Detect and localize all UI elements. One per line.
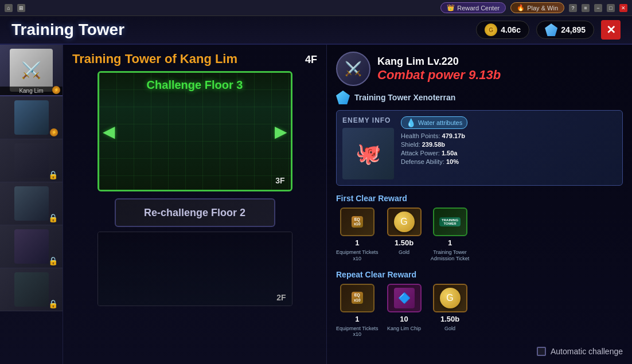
reward-count-1: 1	[355, 238, 359, 247]
slot-2-coin-icon: ⚡	[50, 128, 58, 136]
os-bar-left: ⌂ ⊞	[5, 4, 25, 12]
reward-icon-chip: 🔷	[387, 284, 422, 312]
challenge-floor-card[interactable]: Challenge Floor 3 ◀ ▶ 3F	[97, 71, 292, 191]
reward-count-gold-2: 1.50b	[440, 315, 459, 323]
os-help-btn[interactable]: ?	[569, 4, 577, 12]
reward-count-training: 1	[448, 238, 452, 247]
hero-slot-6-img	[14, 272, 49, 307]
reward-icon-gold-1: G	[387, 208, 422, 236]
os-minimize-btn[interactable]: −	[594, 4, 602, 12]
enemy-info-left: ENEMY INFO 🐙	[342, 116, 394, 179]
hero-slot-3-img	[14, 143, 49, 178]
os-bar: ⌂ ⊞ 👑 Reward Center 🔥 Play & Win ? ≡ − □…	[0, 0, 632, 16]
sidebar-slot-5[interactable]: 🔒	[0, 225, 63, 268]
boss-info-text: Kang Lim Lv.220 Combat power 9.13b	[377, 56, 501, 83]
gold-coin-icon: G	[394, 212, 415, 232]
attack-label: Attack Power:	[401, 150, 440, 156]
sidebar-slot-4[interactable]: 🔒	[0, 182, 63, 225]
reward-training-ticket: TRAININGTOWER 1 Training TowerAdmission …	[430, 208, 470, 262]
training-ticket-icon: TRAININGTOWER	[439, 217, 461, 226]
game-header: Training Tower G 4.06c 24,895 ✕	[0, 16, 632, 45]
reward-desc-1: Equipment Ticketsx10	[336, 249, 379, 262]
enemy-info-panel: ENEMY INFO 🐙 💧 Water attributes Health P…	[336, 110, 623, 186]
tower-title: Training Tower of Kang Lim	[72, 52, 237, 66]
gem-value: 24,895	[561, 25, 586, 34]
attack-value: 1.50a	[442, 150, 458, 156]
reward-count-gold-1: 1.50b	[395, 238, 413, 247]
stat-defense: Defense Ability: 10%	[401, 158, 617, 165]
reward-chip: 🔷 10 Kang Lim Chip	[384, 284, 424, 338]
floor-2-label: 2F	[276, 293, 286, 302]
enemy-info-label: ENEMY INFO	[342, 116, 394, 124]
hero-portrait: ⚔️	[10, 49, 53, 92]
combat-power: Combat power 9.13b	[377, 68, 501, 83]
gold-icon: G	[485, 24, 497, 36]
hero-slot-2-img	[14, 100, 49, 135]
repeat-clear-rewards: EQx10 1 Equipment Ticketsx10 🔷 10 Kang L…	[336, 284, 623, 338]
challenge-floor-label: Challenge Floor 3	[147, 79, 243, 92]
attribute-label: Water attributes	[418, 119, 462, 126]
os-close-btn[interactable]: ✕	[619, 4, 627, 12]
hero-slot-5-img	[14, 229, 49, 264]
sidebar-slot-2[interactable]: ⚡	[0, 96, 63, 139]
eq-ticket-icon: EQx10	[352, 216, 363, 228]
gem-currency: 24,895	[536, 21, 594, 39]
auto-challenge-checkbox[interactable]	[537, 347, 546, 356]
boss-name: Kang Lim Lv.220	[377, 56, 501, 68]
lock-icon-5: 🔒	[48, 256, 58, 265]
hero-name: Kang Lim	[19, 88, 43, 94]
play-win-label: Play & Win	[527, 5, 558, 11]
tower-title-area: Training Tower of Kang Lim 4F	[63, 45, 326, 71]
tower-name-badge: Training Tower Xenoterran	[336, 91, 623, 104]
tower-gem-icon	[336, 91, 350, 104]
reward-gold-1: G 1.50b Gold	[384, 208, 424, 262]
play-win-button[interactable]: 🔥 Play & Win	[510, 2, 564, 13]
reward-equipment-2: EQx10 1 Equipment Ticketsx10	[336, 284, 379, 338]
crown-icon: 👑	[447, 4, 455, 11]
close-window-button[interactable]: ✕	[601, 20, 621, 40]
currency-area: G 4.06c 24,895 ✕	[476, 20, 621, 40]
attribute-badge: 💧 Water attributes	[401, 116, 467, 129]
reward-icon-equipment-2: EQx10	[340, 284, 374, 312]
tower-name-text: Training Tower Xenoterran	[354, 93, 455, 102]
floor-arrow-right-icon[interactable]: ▶	[275, 122, 287, 141]
os-home-btn[interactable]: ⌂	[5, 4, 13, 12]
reward-icon-training: TRAININGTOWER	[433, 208, 467, 236]
os-maximize-btn[interactable]: □	[607, 4, 615, 12]
lower-floor-2[interactable]: 2F	[97, 232, 292, 306]
shield-label: Shield:	[401, 141, 420, 148]
hp-value: 479.17b	[442, 132, 465, 139]
hp-label: Health Points:	[401, 132, 440, 139]
rechallenge-button[interactable]: Re-challenge Floor 2	[115, 198, 275, 227]
boss-info: ⚔️ Kang Lim Lv.220 Combat power 9.13b	[336, 52, 623, 86]
chip-icon: 🔷	[394, 288, 415, 308]
shield-value: 239.58b	[422, 141, 445, 148]
reward-count-eq-2: 1	[355, 315, 359, 323]
hero-slot-4-img	[14, 186, 49, 221]
lock-icon-3: 🔒	[48, 170, 58, 179]
reward-center-button[interactable]: 👑 Reward Center	[440, 2, 506, 13]
gem-icon	[545, 24, 557, 36]
reward-desc-gold-1: Gold	[399, 249, 409, 256]
reward-desc-training: Training TowerAdmission Ticket	[431, 249, 470, 262]
os-menu-btn[interactable]: ≡	[582, 4, 590, 12]
auto-challenge-row: Automatic challenge	[336, 347, 623, 356]
defense-value: 10%	[446, 158, 459, 165]
enemy-image: 🐙	[342, 128, 394, 179]
gold-value: 4.06c	[501, 25, 521, 34]
eq-ticket-icon-2: EQx10	[352, 292, 363, 304]
hero-avatar-slot[interactable]: ⚔️ Kang Lim ⚡	[0, 45, 63, 96]
auto-challenge-label: Automatic challenge	[551, 347, 623, 356]
enemy-stats: 💧 Water attributes Health Points: 479.17…	[401, 116, 617, 179]
os-grid-btn[interactable]: ⊞	[17, 4, 25, 12]
defense-label: Defense Ability:	[401, 158, 444, 165]
reward-center-label: Reward Center	[457, 5, 500, 11]
lock-icon-6: 🔒	[48, 299, 58, 308]
floor-3-label: 3F	[275, 176, 284, 185]
sidebar-slot-3[interactable]: 🔒	[0, 139, 63, 182]
repeat-clear-title: Repeat Clear Reward	[336, 270, 623, 279]
reward-count-chip: 10	[400, 315, 408, 323]
floor-arrow-left-icon[interactable]: ◀	[103, 122, 115, 141]
gold-currency: G 4.06c	[476, 21, 529, 39]
sidebar-slot-6[interactable]: 🔒	[0, 268, 63, 311]
